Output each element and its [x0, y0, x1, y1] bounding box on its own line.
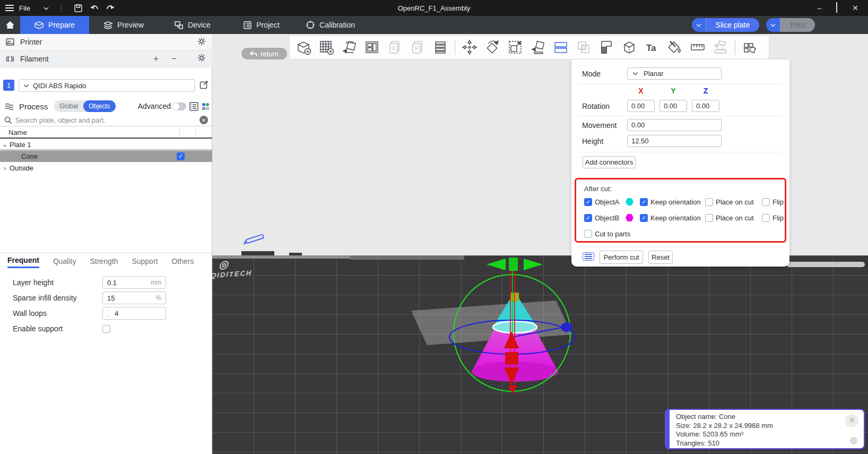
- tab-support[interactable]: Support: [132, 257, 158, 268]
- flip-b-checkbox[interactable]: [762, 214, 770, 222]
- rotate-icon[interactable]: [484, 39, 501, 56]
- filament-edit-icon[interactable]: [199, 80, 209, 91]
- filament-settings-gear-icon[interactable]: [197, 54, 206, 64]
- tab-frequent[interactable]: Frequent: [7, 256, 39, 268]
- toggle-objects[interactable]: Objects: [83, 100, 116, 112]
- height-input[interactable]: 12.50: [627, 135, 722, 147]
- filament-dropdown[interactable]: QIDI ABS Rapido: [19, 79, 195, 92]
- keyboard-shortcut-icon[interactable]: [583, 252, 594, 261]
- cut-to-parts-checkbox[interactable]: [584, 230, 592, 238]
- tab-strength[interactable]: Strength: [90, 257, 118, 268]
- plane-gizmo-handle[interactable]: [509, 258, 518, 271]
- move-gizmo-handle[interactable]: [505, 352, 518, 364]
- plane-gizmo-left-arrow[interactable]: [487, 259, 506, 270]
- menu-icon[interactable]: [5, 5, 14, 11]
- auto-orient-icon[interactable]: AUTO: [341, 39, 358, 56]
- split-parts-icon[interactable]: [741, 39, 758, 56]
- flip-a-checkbox[interactable]: [762, 198, 770, 206]
- printer-section[interactable]: Printer: [0, 34, 212, 50]
- return-button[interactable]: return: [241, 48, 287, 59]
- slice-plate-button[interactable]: Slice plate: [692, 18, 760, 32]
- rotation-x-input[interactable]: 0.00: [627, 100, 655, 112]
- seam-paint-icon[interactable]: [621, 39, 638, 56]
- file-menu[interactable]: File: [19, 4, 30, 12]
- add-filament-button[interactable]: +: [151, 54, 161, 64]
- rotation-z-input[interactable]: 0.00: [692, 100, 719, 112]
- tab-preview[interactable]: Preview: [89, 16, 158, 34]
- add-object-icon[interactable]: [295, 39, 312, 56]
- add-connectors-button[interactable]: Add connectors: [583, 156, 636, 168]
- tooltip-minimize-icon[interactable]: –: [850, 437, 857, 444]
- tree-row-outside[interactable]: › Outside: [0, 162, 212, 174]
- object-a-checkbox[interactable]: ✓: [584, 198, 592, 206]
- advanced-toggle[interactable]: [172, 102, 186, 110]
- maximize-button[interactable]: [836, 4, 837, 12]
- home-button[interactable]: [0, 16, 20, 34]
- measure-icon[interactable]: [689, 39, 706, 56]
- place-on-cut-a-checkbox[interactable]: [705, 198, 713, 206]
- support-paint-icon[interactable]: [598, 39, 615, 56]
- tree-row-plate1[interactable]: ⌄ Plate 1: [0, 139, 212, 150]
- printer-settings-gear-icon[interactable]: [197, 37, 206, 47]
- scene-cone-object[interactable]: [398, 234, 600, 409]
- arrange-icon[interactable]: [363, 39, 380, 56]
- print-dropdown-chevron-icon[interactable]: [766, 18, 780, 32]
- rotation-y-input[interactable]: 0.00: [659, 100, 687, 112]
- save-icon[interactable]: [73, 3, 84, 13]
- paste-icon[interactable]: P: [409, 39, 426, 56]
- tab-calibration[interactable]: Calibration: [296, 16, 365, 34]
- slice-dropdown-chevron-icon[interactable]: [692, 18, 706, 32]
- chevron-right-icon[interactable]: ›: [0, 165, 10, 172]
- cut-tool-icon[interactable]: [552, 39, 569, 56]
- boolean-icon[interactable]: [575, 39, 592, 56]
- minimize-button[interactable]: –: [817, 4, 821, 12]
- filament-slot-badge[interactable]: 1: [3, 80, 14, 91]
- mode-dropdown[interactable]: Planar: [627, 67, 722, 80]
- assembly-icon[interactable]: [712, 39, 729, 56]
- place-on-cut-b-checkbox[interactable]: [705, 214, 713, 222]
- slice-plate-label[interactable]: Slice plate: [706, 18, 760, 32]
- move-icon[interactable]: [461, 39, 478, 56]
- filament-section[interactable]: Filament + −: [0, 50, 212, 67]
- reset-button[interactable]: Reset: [648, 251, 673, 264]
- tree-row-cone[interactable]: Cone ✓: [0, 151, 212, 162]
- plane-gizmo-right-arrow[interactable]: [524, 259, 543, 270]
- remove-filament-button[interactable]: −: [169, 54, 179, 64]
- tab-others[interactable]: Others: [171, 257, 194, 268]
- add-plate-icon[interactable]: [318, 39, 335, 56]
- layer-height-input[interactable]: 0.1 mm: [102, 276, 166, 289]
- parameter-list-icon[interactable]: [189, 102, 198, 111]
- tooltip-close-icon[interactable]: ✕: [845, 414, 858, 427]
- print-button[interactable]: Print: [766, 18, 815, 32]
- sort-objects-icon[interactable]: [432, 39, 449, 56]
- redo-icon[interactable]: [105, 3, 116, 13]
- movement-input[interactable]: 0.00: [627, 119, 722, 131]
- undo-icon[interactable]: [89, 3, 100, 13]
- cone-visibility-checkbox[interactable]: ✓: [177, 152, 185, 160]
- text-tool-icon[interactable]: Ta: [644, 39, 661, 56]
- perform-cut-button[interactable]: Perform cut: [600, 251, 643, 264]
- tab-quality[interactable]: Quality: [53, 257, 76, 268]
- chevron-down-icon[interactable]: ⌄: [0, 141, 10, 148]
- global-objects-toggle[interactable]: Global Objects: [54, 100, 115, 112]
- object-b-checkbox[interactable]: ✓: [584, 214, 592, 222]
- file-menu-chevron-icon[interactable]: [43, 4, 49, 12]
- tab-project[interactable]: Project: [227, 16, 296, 34]
- close-button[interactable]: ✕: [852, 4, 858, 12]
- color-paint-icon[interactable]: [666, 39, 683, 56]
- stepper-arrows-icon[interactable]: ⌃⌄: [107, 310, 110, 317]
- wall-loops-stepper[interactable]: ⌃⌄ 4: [102, 307, 166, 320]
- enable-support-checkbox[interactable]: [102, 325, 110, 333]
- keep-orientation-a-checkbox[interactable]: ✓: [640, 198, 648, 206]
- lay-on-face-icon[interactable]: [530, 39, 546, 56]
- toggle-global[interactable]: Global: [54, 102, 83, 110]
- keep-orientation-b-checkbox[interactable]: ✓: [640, 214, 648, 222]
- infill-density-input[interactable]: 15 %: [102, 292, 166, 304]
- tab-device[interactable]: Device: [158, 16, 227, 34]
- copy-icon[interactable]: 0: [386, 39, 403, 56]
- scale-icon[interactable]: [507, 39, 524, 56]
- search-clear-icon[interactable]: ✕: [199, 116, 208, 124]
- tab-prepare[interactable]: Prepare: [20, 16, 89, 34]
- search-input[interactable]: [15, 116, 212, 124]
- parameter-table-icon[interactable]: [201, 102, 210, 111]
